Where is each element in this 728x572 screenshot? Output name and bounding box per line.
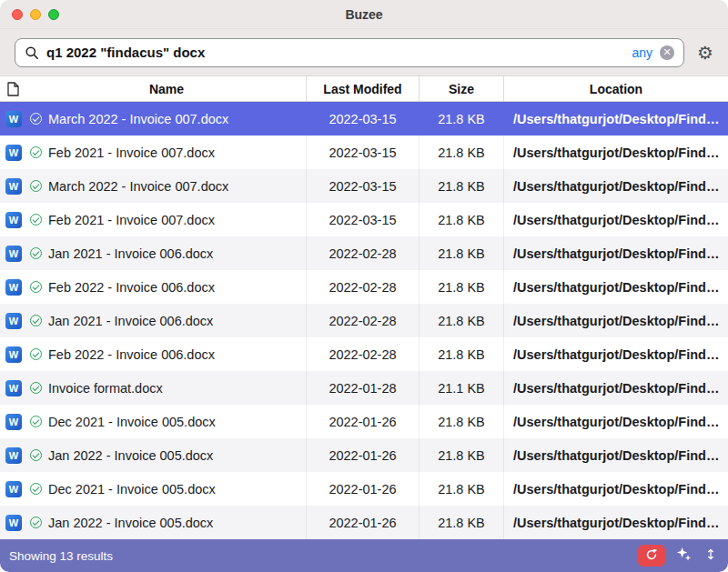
file-location: /Users/thatgurjot/Desktop/FindA… [503,304,728,337]
window-title: Buzee [0,7,728,22]
last-modified: 2022-03-15 [306,203,419,236]
table-row[interactable]: W Feb 2021 - Invoice 007.docx 2022-03-15… [0,203,728,236]
search-section: any ✕ ⚙ [0,29,728,76]
check-circle-icon [30,146,42,158]
file-size: 21.8 KB [419,270,503,304]
zoom-button[interactable] [48,9,59,20]
check-circle-icon [30,113,42,125]
table-row[interactable]: W March 2022 - Invoice 007.docx 2022-03-… [0,169,728,203]
file-location: /Users/thatgurjot/Desktop/FindA… [503,236,728,270]
file-name: Feb 2021 - Invoice 007.docx [48,213,215,227]
word-doc-icon: W [0,236,27,270]
file-size: 21.1 KB [419,371,503,405]
minimize-button[interactable] [30,9,41,20]
last-modified: 2022-02-28 [306,270,419,304]
check-circle-icon [30,449,42,461]
word-doc-icon: W [0,135,27,169]
column-header-size[interactable]: Size [419,76,503,101]
table-row[interactable]: W Jan 2022 - Invoice 005.docx 2022-01-26… [0,438,728,472]
file-name: Jan 2021 - Invoice 006.docx [48,246,213,261]
clear-search-icon[interactable]: ✕ [660,45,674,60]
file-location: /Users/thatgurjot/Desktop/FindA… [503,438,728,472]
file-name: March 2022 - Invoice 007.docx [48,179,228,194]
gear-icon[interactable]: ⚙ [695,42,715,64]
results-body: W March 2022 - Invoice 007.docx 2022-03-… [0,102,728,539]
column-header-name[interactable]: Name [27,76,306,101]
sparkles-icon [676,547,692,565]
check-circle-icon [30,281,42,293]
file-size: 21.8 KB [419,102,503,135]
table-row[interactable]: W Dec 2021 - Invoice 005.docx 2022-01-26… [0,405,728,438]
column-header-modified[interactable]: Last Modifed [306,76,419,101]
search-box[interactable]: any ✕ [15,38,684,67]
table-row[interactable]: W Jan 2021 - Invoice 006.docx 2022-02-28… [0,236,728,270]
last-modified: 2022-01-26 [306,472,419,506]
traffic-lights [0,9,59,20]
file-size: 21.8 KB [419,337,503,371]
file-size: 21.8 KB [419,135,503,169]
file-location: /Users/thatgurjot/Desktop/FindA… [503,472,728,506]
table-row[interactable]: W Invoice format.docx 2022-01-28 21.1 KB… [0,371,728,405]
table-row[interactable]: W Feb 2021 - Invoice 007.docx 2022-03-15… [0,135,728,169]
check-circle-icon [30,315,42,326]
title-bar: Buzee [0,0,728,29]
refresh-button[interactable] [638,545,665,567]
file-size: 21.8 KB [419,405,503,438]
word-doc-icon: W [0,102,27,135]
last-modified: 2022-01-28 [306,371,419,405]
table-row[interactable]: W March 2022 - Invoice 007.docx 2022-03-… [0,102,728,135]
file-name: Jan 2021 - Invoice 006.docx [48,314,213,328]
document-icon [0,76,27,101]
last-modified: 2022-02-28 [306,337,419,371]
search-scope-dropdown[interactable]: any [632,45,652,60]
word-doc-icon: W [0,438,27,472]
file-location: /Users/thatgurjot/Desktop/FindA… [503,371,728,405]
file-name: Jan 2022 - Invoice 005.docx [48,516,213,530]
table-row[interactable]: W Jan 2021 - Invoice 006.docx 2022-02-28… [0,304,728,337]
check-circle-icon [30,247,42,259]
file-size: 21.8 KB [419,169,503,203]
file-name: March 2022 - Invoice 007.docx [48,112,228,126]
table-row[interactable]: W Feb 2022 - Invoice 006.docx 2022-02-28… [0,337,728,371]
column-header-location[interactable]: Location [503,76,728,101]
table-row[interactable]: W Dec 2021 - Invoice 005.docx 2022-01-26… [0,472,728,506]
word-doc-icon: W [0,304,27,337]
file-name: Invoice format.docx [48,381,163,396]
magnifier-icon [25,45,39,60]
file-name: Dec 2021 - Invoice 005.docx [48,415,216,429]
file-size: 21.8 KB [419,472,503,506]
file-size: 21.8 KB [419,203,503,236]
sparkles-button[interactable] [674,545,693,567]
last-modified: 2022-03-15 [306,135,419,169]
last-modified: 2022-01-26 [306,438,419,472]
file-size: 21.8 KB [419,236,503,270]
word-doc-icon: W [0,270,27,304]
check-circle-icon [30,382,42,394]
last-modified: 2022-03-15 [306,169,419,203]
file-location: /Users/thatgurjot/Desktop/FindA… [503,270,728,304]
file-location: /Users/thatgurjot/Desktop/FindA… [503,337,728,371]
file-location: /Users/thatgurjot/Desktop/FindA… [503,169,728,203]
last-modified: 2022-01-26 [306,506,419,539]
search-input[interactable] [46,45,624,60]
table-row[interactable]: W Feb 2022 - Invoice 006.docx 2022-02-28… [0,270,728,304]
check-circle-icon [30,348,42,360]
app-window: Buzee any ✕ ⚙ Name Last Modifed Size [0,0,728,572]
check-circle-icon [30,214,42,226]
file-location: /Users/thatgurjot/Desktop/FindA… [503,102,728,135]
expand-vertical-button[interactable] [703,546,719,566]
file-size: 21.8 KB [419,506,503,539]
table-row[interactable]: W Jan 2022 - Invoice 005.docx 2022-01-26… [0,506,728,539]
status-bar: Showing 13 results [0,539,728,572]
file-name: Feb 2022 - Invoice 006.docx [48,280,215,295]
word-doc-icon: W [0,405,27,438]
word-doc-icon: W [0,169,27,203]
status-actions [638,545,719,567]
close-button[interactable] [12,9,23,20]
file-location: /Users/thatgurjot/Desktop/FindA… [503,203,728,236]
last-modified: 2022-01-26 [306,405,419,438]
file-name: Feb 2022 - Invoice 006.docx [48,347,215,362]
refresh-icon [645,548,658,564]
check-circle-icon [30,517,42,528]
last-modified: 2022-02-28 [306,304,419,337]
